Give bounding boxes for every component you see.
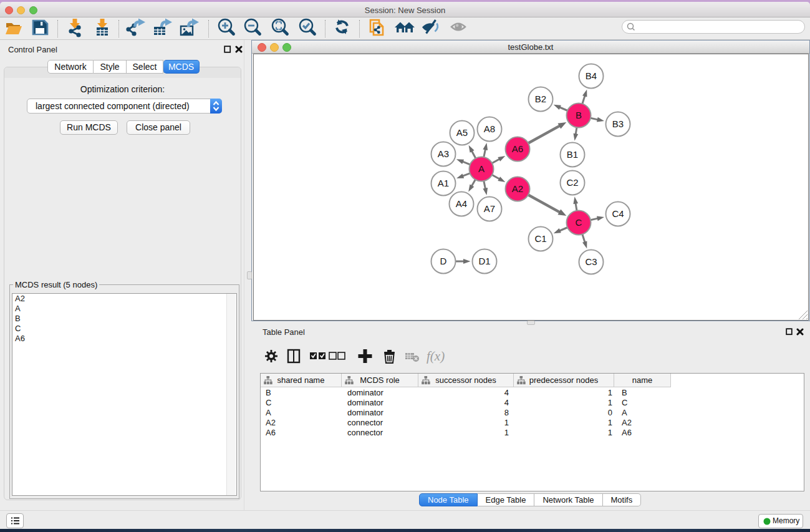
svg-text:A7: A7 — [484, 203, 495, 214]
svg-text:A: A — [478, 163, 485, 174]
svg-text:B4: B4 — [586, 70, 597, 81]
svg-text:A5: A5 — [456, 127, 468, 138]
svg-text:C4: C4 — [612, 208, 624, 219]
svg-text:A4: A4 — [456, 198, 467, 209]
svg-text:C3: C3 — [585, 256, 597, 267]
svg-text:A1: A1 — [438, 178, 449, 188]
svg-text:A2: A2 — [512, 183, 523, 194]
svg-text:D: D — [440, 256, 447, 266]
svg-text:D1: D1 — [478, 256, 490, 266]
svg-text:f(x): f(x) — [427, 349, 445, 364]
svg-text:A6: A6 — [512, 143, 523, 154]
svg-text:C: C — [576, 217, 582, 228]
svg-text:B: B — [576, 110, 582, 120]
svg-text:A8: A8 — [484, 123, 495, 134]
svg-text:B2: B2 — [535, 94, 546, 104]
svg-text:C1: C1 — [534, 233, 546, 244]
svg-text:C2: C2 — [566, 177, 578, 188]
svg-text:B3: B3 — [612, 118, 624, 129]
svg-text:B1: B1 — [567, 149, 578, 160]
svg-text:A3: A3 — [438, 148, 449, 159]
